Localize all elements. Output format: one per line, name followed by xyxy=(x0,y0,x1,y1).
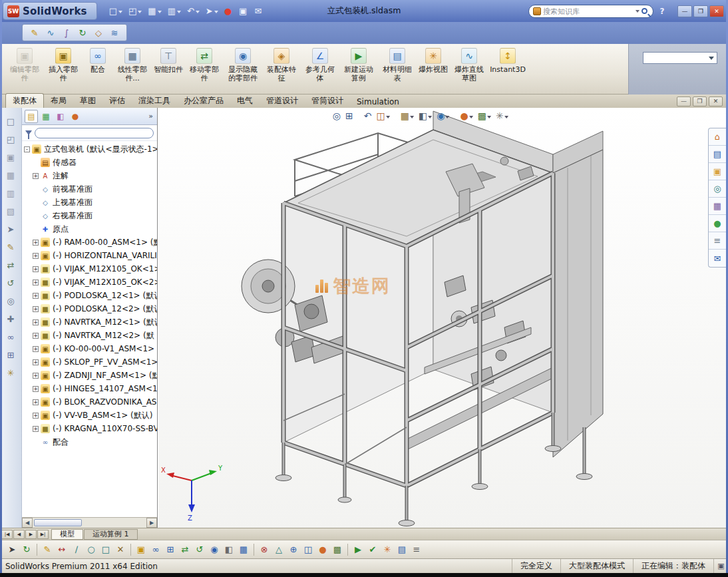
tree-item[interactable]: + ■ (-) NAVRTKA_M12<1> (默认 xyxy=(22,315,157,329)
tree-item[interactable]: + ■ (-) PODLOSKA_12<2> (默认 xyxy=(22,302,157,315)
rotate-component-icon[interactable]: ↺ xyxy=(193,542,206,557)
linear-component-pattern-button[interactable]: ▦ 线性零部件... xyxy=(113,46,152,93)
tree-item[interactable]: + ▣ (-) RAM-00-00_ASM<1> (默 xyxy=(22,236,157,249)
tree-expander-icon[interactable]: + xyxy=(33,399,39,405)
tree-expander-icon[interactable]: + xyxy=(33,359,39,365)
tree-expander-icon[interactable]: + xyxy=(33,413,39,419)
print-doc-icon[interactable]: ▧ xyxy=(3,203,19,219)
tree-expander-icon[interactable]: + xyxy=(33,253,39,259)
mate-button[interactable]: ∞ 配合 xyxy=(83,46,113,93)
line-icon[interactable]: ∕ xyxy=(70,542,83,557)
section-view-icon[interactable]: ◫ xyxy=(301,542,315,557)
tree-item[interactable]: + ▣ (-) ZADNJI_NF_ASM<1> (默 xyxy=(22,369,157,382)
command-tab[interactable]: 布局 xyxy=(44,94,73,108)
toolbar-separator[interactable] xyxy=(37,544,37,556)
new-motion-study-button[interactable]: ▶ 新建运动算例 xyxy=(339,46,378,93)
view-palette-icon[interactable]: ▦ xyxy=(709,198,726,215)
scrollbar-thumb[interactable] xyxy=(34,519,82,526)
command-tab[interactable]: 草图 xyxy=(73,94,102,108)
options-icon[interactable]: ≡ xyxy=(410,542,423,557)
tree-item[interactable]: ◇ 前视基准面 xyxy=(22,182,157,196)
tree-item[interactable]: ◇ 上视基准面 xyxy=(22,196,157,209)
help-button[interactable]: ? xyxy=(656,5,668,17)
tree-expander-icon[interactable]: + xyxy=(33,346,39,352)
smart-fasteners-button[interactable]: ⊤ 智能扣件 xyxy=(152,46,185,93)
assembly-doc-icon[interactable]: ▦ xyxy=(3,167,19,183)
exploded-tool-icon[interactable]: ✳ xyxy=(3,365,19,381)
search-icon[interactable] xyxy=(641,8,647,14)
filter-icon[interactable] xyxy=(25,130,32,135)
pattern-tool-icon[interactable]: ⊞ xyxy=(3,347,19,363)
open-doc-icon[interactable]: ◰ xyxy=(3,131,19,147)
tree-item[interactable]: - ▣ 立式包装机 (默认<显示状态-1>) xyxy=(22,142,157,156)
panel-expand-chevron-icon[interactable]: » xyxy=(148,112,154,120)
tree-item[interactable]: ▤ 传感器 xyxy=(22,156,157,169)
scroll-right-icon[interactable]: ▶ xyxy=(146,518,157,528)
search-box[interactable] xyxy=(528,5,653,18)
tree-expander-icon[interactable]: + xyxy=(33,293,39,299)
search-input[interactable] xyxy=(543,7,634,15)
prev-tab-button[interactable]: ◀ xyxy=(13,530,25,539)
tree-expander-icon[interactable]: + xyxy=(33,333,39,339)
move-component-icon[interactable]: ⇄ xyxy=(178,542,192,557)
configurationmanager-tab-icon[interactable]: ◧ xyxy=(54,110,67,123)
tree-item[interactable]: ◇ 右视基准面 xyxy=(22,209,157,222)
appearances-icon[interactable]: ● xyxy=(709,215,726,232)
explode-line-sketch-button[interactable]: ∿ 爆炸直线草图 xyxy=(450,46,488,93)
propertymanager-tab-icon[interactable]: ▦ xyxy=(39,110,53,123)
move-tool-icon[interactable]: ⇄ xyxy=(3,257,19,273)
resources-home-icon[interactable]: ⌂ xyxy=(709,128,726,146)
spline-icon[interactable]: ∿ xyxy=(44,26,57,39)
tree-expander-icon[interactable]: + xyxy=(33,373,39,379)
measure-icon[interactable]: △ xyxy=(272,542,285,557)
view-orientation-icon[interactable]: ▦ xyxy=(401,110,414,121)
instant3d-button[interactable]: ↕ Instant3D xyxy=(488,46,527,93)
toolbox-icon[interactable]: ▣ xyxy=(236,4,250,19)
exploded-view-button[interactable]: ✳ 爆炸视图 xyxy=(417,46,450,93)
machine-3d-model[interactable]: X Y Z xyxy=(158,108,728,528)
tree-expander-icon[interactable]: + xyxy=(33,306,39,312)
scroll-left-icon[interactable]: ◀ xyxy=(22,518,33,528)
report-icon[interactable]: ✉ xyxy=(252,4,264,19)
scene-icon[interactable]: ▩ xyxy=(331,542,344,557)
hide-show-icon[interactable]: ◉ xyxy=(208,542,221,557)
tree-expander-icon[interactable]: + xyxy=(33,280,39,286)
tree-item[interactable]: + ■ (-) VIJAK_M12X105_OK<2> xyxy=(22,276,157,289)
close-button[interactable]: ✕ xyxy=(709,5,724,17)
command-combo-box[interactable] xyxy=(643,52,717,64)
zoom-area-icon[interactable]: ⊞ xyxy=(345,110,353,121)
interference-detection-icon[interactable]: ⊗ xyxy=(258,542,271,557)
record-icon[interactable]: ● xyxy=(222,4,234,19)
move-component-button[interactable]: ⇄ 移动零部件 xyxy=(185,46,224,93)
restore-button[interactable]: ❐ xyxy=(693,5,708,17)
rectangle-icon[interactable]: □ xyxy=(99,542,112,557)
tree-expander-icon[interactable]: + xyxy=(33,426,39,432)
linear-pattern-icon[interactable]: ⊞ xyxy=(164,542,177,557)
mate-icon[interactable]: ∞ xyxy=(149,542,162,557)
search-results-icon[interactable]: ◎ xyxy=(709,180,726,198)
hide-show-items-icon[interactable]: ◉ xyxy=(437,110,449,121)
next-tab-button[interactable]: ▶ xyxy=(25,530,37,539)
file-explorer-icon[interactable]: ▣ xyxy=(709,163,726,180)
new-document-icon[interactable]: □ xyxy=(106,4,124,19)
tree-expander-icon[interactable]: + xyxy=(33,319,39,325)
mass-properties-icon[interactable]: ⊕ xyxy=(287,542,300,557)
command-tab[interactable]: Simulation xyxy=(350,96,406,108)
command-tab[interactable]: 评估 xyxy=(102,94,132,108)
featuremanager-tab-icon[interactable]: ▤ xyxy=(25,110,38,123)
tree-item[interactable]: + ■ (-) VIJAK_M12X105_OK<1> xyxy=(22,262,157,276)
print-icon[interactable]: ▥ xyxy=(165,4,182,19)
model-tab[interactable]: 模型 xyxy=(51,529,83,540)
tree-item[interactable]: + ▣ (-) SKLOP_PF_VV_ASM<1> xyxy=(22,355,157,369)
display-style-icon[interactable]: ◧ xyxy=(419,110,432,121)
tree-expander-icon[interactable]: + xyxy=(33,386,39,392)
previous-view-icon[interactable]: ↶ xyxy=(364,110,372,121)
save-icon[interactable]: ▦ xyxy=(145,4,162,19)
trim-icon[interactable]: ✕ xyxy=(114,542,127,557)
command-tab[interactable]: 办公室产品 xyxy=(177,94,230,108)
surface-icon[interactable]: ≋ xyxy=(108,26,121,39)
bom-icon[interactable]: ▤ xyxy=(395,542,409,557)
model-tab[interactable]: 运动算例 1 xyxy=(84,529,138,540)
pan-tool-icon[interactable]: ✚ xyxy=(3,311,19,327)
plane-icon[interactable]: ◇ xyxy=(92,26,105,39)
